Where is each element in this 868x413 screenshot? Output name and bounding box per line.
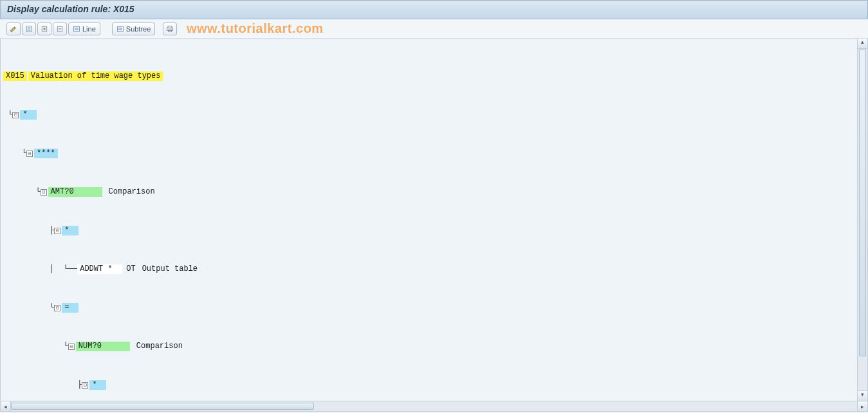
scroll-left-button[interactable]: ◂ bbox=[1, 401, 11, 411]
calculation-rule-tree[interactable]: X015 Valuation of time wage types └⊟* └⊟… bbox=[1, 39, 867, 401]
subtree-button-label: Subtree bbox=[126, 25, 151, 33]
tree-node: └⊟* bbox=[3, 110, 865, 120]
watermark: www.tutorialkart.com bbox=[187, 21, 324, 36]
tree-content: X015 Valuation of time wage types └⊟* └⊟… bbox=[0, 39, 868, 401]
title-bar: Display calculation rule: X015 bbox=[0, 0, 868, 19]
tree-node: ├⊟* bbox=[3, 380, 865, 390]
tree-node: └⊟**** bbox=[3, 149, 865, 158]
tree-leaf: │ └──ADDWT *OTOutput table bbox=[3, 264, 865, 274]
line-button[interactable]: Line bbox=[68, 23, 100, 35]
scroll-thumb[interactable] bbox=[859, 49, 866, 356]
tree-root: X015 Valuation of time wage types bbox=[3, 71, 865, 81]
scroll-right-button[interactable]: ▸ bbox=[857, 401, 867, 411]
tree-node: └⊟AMT?0Comparison bbox=[3, 187, 865, 197]
page-title: Display calculation rule: X015 bbox=[7, 4, 134, 14]
line-button-label: Line bbox=[82, 25, 96, 33]
tree-node: ├⊟* bbox=[3, 226, 865, 235]
root-code: X015 bbox=[3, 71, 27, 81]
scroll-up-button[interactable]: ▴ bbox=[858, 39, 867, 49]
toolbar: Line Subtree www.tutorialkart.com bbox=[0, 19, 868, 39]
toggle-display-button[interactable] bbox=[6, 23, 21, 35]
hscroll-thumb[interactable] bbox=[11, 403, 314, 410]
scroll-track[interactable] bbox=[858, 49, 867, 390]
svg-rect-5 bbox=[168, 26, 172, 28]
tree-node: └⊟= bbox=[3, 303, 865, 313]
scroll-down-button[interactable]: ▾ bbox=[858, 390, 867, 401]
tree-node: └⊟NUM?0Comparison bbox=[3, 342, 865, 351]
expand-button[interactable] bbox=[37, 23, 51, 35]
vertical-scrollbar[interactable]: ▴ ▾ bbox=[857, 39, 867, 401]
subtree-button[interactable]: Subtree bbox=[112, 23, 156, 35]
horizontal-scrollbar[interactable]: ◂ ▸ bbox=[0, 401, 868, 412]
root-desc: Valuation of time wage types bbox=[28, 71, 163, 81]
print-button[interactable] bbox=[163, 23, 177, 35]
attributes-button[interactable] bbox=[22, 23, 36, 35]
collapse-button[interactable] bbox=[53, 23, 67, 35]
